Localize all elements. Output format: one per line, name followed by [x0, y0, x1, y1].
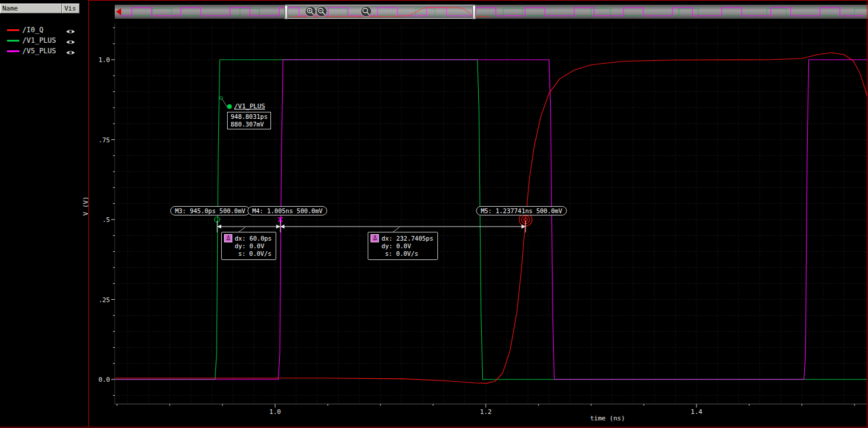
signal-name[interactable]: /V1_PLUS — [22, 36, 56, 44]
trace-callout-name: /V1_PLUS — [234, 102, 265, 110]
delta-dy-value: dy: 0.0V — [235, 242, 272, 250]
signal-color-swatch — [7, 50, 19, 52]
visibility-eye-icon[interactable] — [66, 37, 76, 44]
slider-right-handle[interactable] — [472, 5, 476, 19]
visibility-eye-icon[interactable] — [66, 47, 76, 54]
marker-label-m3[interactable]: M3: 945.0ps 500.0mV — [170, 206, 250, 215]
delta-slope-value: s: 0.0V/s — [385, 250, 434, 258]
x-tick-label: 1.0 — [269, 408, 281, 416]
delta-ruler — [217, 225, 526, 233]
y-tick-label: .75 — [98, 136, 110, 144]
minimap-magenta-wave — [119, 8, 864, 16]
signal-row[interactable]: /V1_PLUS — [0, 35, 88, 46]
signal-list: /I0_Q /V1_PLUS /V5_PLUS — [0, 25, 88, 56]
magnifier-plus-icon — [306, 7, 315, 16]
marker-symbol[interactable] — [278, 217, 283, 232]
delta-dy-value: dy: 0.0V — [382, 242, 434, 250]
delta-icon: Δ — [371, 234, 379, 242]
y-tick-label: .25 — [98, 296, 110, 304]
magnifier-minus-icon — [317, 7, 326, 16]
signal-color-swatch — [7, 29, 19, 31]
x-tick-label: 1.2 — [480, 408, 492, 416]
delta-measurement-box[interactable]: Δdx: 60.0ps dy: 0.0V s: 0.0V/s — [221, 232, 276, 260]
delta-measurement-box[interactable]: Δdx: 232.7405ps dy: 0.0V s: 0.0V/s — [368, 232, 438, 260]
trace-callout-time: 948.8031ps — [231, 113, 267, 121]
vis-column-header[interactable]: Vis — [62, 4, 80, 13]
marker-symbol[interactable] — [215, 217, 220, 233]
trace-callout-value: 880.307mV — [231, 121, 267, 128]
delta-dx-value: dx: 232.7405ps — [382, 235, 434, 242]
signal-name[interactable]: /I0_Q — [22, 26, 43, 34]
x-axis-title: time (ns) — [590, 415, 625, 422]
visibility-eye-icon[interactable] — [66, 26, 76, 33]
waveform-plot-canvas[interactable]: 1.01.21.41.0.75.5.250.0 — [0, 0, 868, 428]
zoom-window-button[interactable] — [361, 6, 372, 17]
scroll-left-arrow-icon[interactable] — [116, 8, 121, 15]
waveform-viewer-window: 1.01.21.41.0.75.5.250.0 Name Vis /I0_Q /… — [0, 0, 868, 428]
signal-row[interactable]: /V5_PLUS — [0, 46, 88, 56]
signal-color-swatch — [7, 40, 19, 42]
slider-left-handle[interactable] — [284, 5, 288, 19]
trace-point-dot-icon — [227, 104, 232, 109]
signal-panel-header: Name Vis — [0, 4, 80, 13]
axis-ticks — [111, 28, 855, 408]
trace-value-callout[interactable]: /V1_PLUS 948.8031ps 880.307mV — [227, 102, 271, 129]
zoom-in-button[interactable] — [305, 6, 316, 17]
overview-minimap — [115, 5, 868, 19]
y-axis-title: V (V) — [82, 196, 90, 215]
signal-row[interactable]: /I0_Q — [0, 25, 88, 35]
marker-label-m5[interactable]: M5: 1.237741ns 500.0mV — [476, 206, 567, 215]
x-tick-label: 1.4 — [691, 408, 702, 416]
y-tick-label: 1.0 — [98, 56, 110, 64]
minimap-green-wave — [119, 8, 868, 16]
overview-scrollbar[interactable] — [115, 5, 868, 19]
delta-icon: Δ — [224, 234, 232, 242]
marker-label-m4[interactable]: M4: 1.005ns 500.0mV — [248, 206, 327, 215]
signal-panel: Name Vis /I0_Q /V1_PLUS /V5_PLUS — [0, 0, 88, 428]
zoom-out-button[interactable] — [316, 6, 327, 17]
signal-name[interactable]: /V5_PLUS — [22, 47, 56, 55]
name-column-header[interactable]: Name — [0, 4, 62, 13]
y-tick-label: .5 — [102, 216, 110, 224]
delta-slope-value: s: 0.0V/s — [238, 250, 272, 258]
y-tick-label: 0.0 — [98, 376, 110, 384]
magnifier-icon — [362, 7, 370, 16]
delta-dx-value: dx: 60.0ps — [235, 235, 272, 242]
